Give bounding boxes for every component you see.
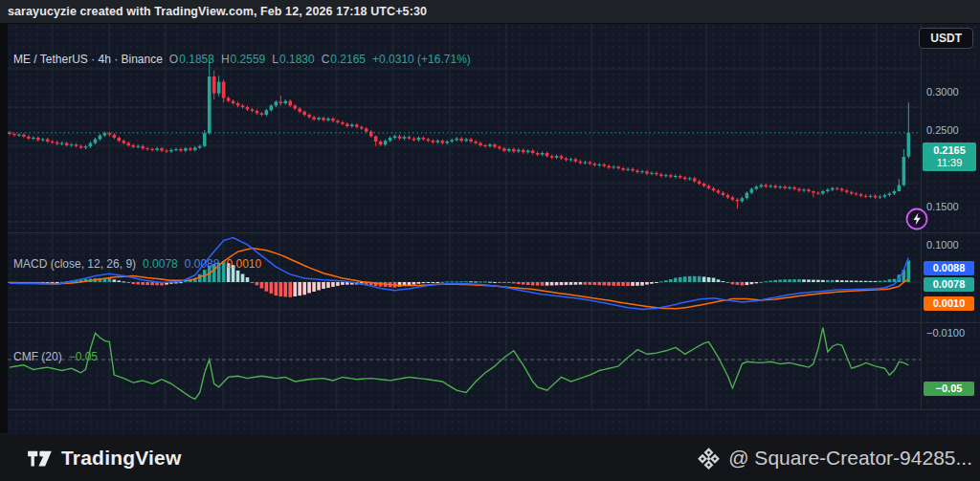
attribution-bar: sarayucyzie created with TradingView.com… xyxy=(0,0,980,24)
macd-line-value: 0.0088 xyxy=(185,257,220,271)
tradingview-mark-icon xyxy=(27,446,53,471)
macd-value-badge: 0.0088 xyxy=(924,261,974,275)
macd-value-badge: 0.0078 xyxy=(924,277,974,292)
macd-main-line xyxy=(10,238,908,310)
symbol-legend: ME / TetherUS · 4h · Binance O0.1853H0.2… xyxy=(13,53,471,66)
lightning-icon xyxy=(904,207,929,231)
price-tick-label: 0.3000 xyxy=(926,86,959,98)
last-price-badge: 0.2165 11:39 xyxy=(923,142,976,171)
chart-left-margin xyxy=(0,24,8,433)
attribution-text: sarayucyzie created with TradingView.com… xyxy=(8,5,427,18)
chart-area: ME / TetherUS · 4h · Binance O0.1853H0.2… xyxy=(0,24,980,435)
creator-watermark-text: @ Square-Creator-94285... xyxy=(728,447,972,470)
quick-trade-button[interactable] xyxy=(904,207,929,231)
creator-diamond-icon xyxy=(697,447,721,470)
macd-tick-label: −0.0100 xyxy=(926,327,965,339)
price-tick-label: 0.2500 xyxy=(926,124,959,136)
gridlines xyxy=(8,24,921,409)
price-tick-label: 0.1000 xyxy=(926,239,959,251)
ohlc-item: O0.1853 xyxy=(169,53,214,66)
cmf-value: −0.05 xyxy=(69,350,98,363)
symbol-title[interactable]: ME / TetherUS · 4h · Binance xyxy=(13,53,163,66)
cmf-line xyxy=(10,328,908,400)
change-value: +0.0310 (+16.71%) xyxy=(372,53,471,66)
bar-countdown: 11:39 xyxy=(923,157,976,169)
cmf-value-badge: −0.05 xyxy=(924,382,974,396)
macd-signal-value: 0.0010 xyxy=(226,257,261,271)
last-price-value: 0.2165 xyxy=(923,144,976,157)
footer-bar: TradingView @ Square-Creator-94285... xyxy=(0,435,980,481)
tradingview-snapshot: sarayucyzie created with TradingView.com… xyxy=(0,0,980,481)
macd-lines xyxy=(10,238,908,310)
tradingview-wordmark: TradingView xyxy=(61,447,182,470)
cmf-legend: CMF (20) −0.05 xyxy=(13,350,98,363)
macd-legend: MACD (close, 12, 26, 9) 0.0078 0.0088 0.… xyxy=(13,257,261,271)
macd-title[interactable]: MACD (close, 12, 26, 9) xyxy=(13,257,136,271)
currency-toggle-button[interactable]: USDT xyxy=(919,28,973,49)
creator-watermark[interactable]: @ Square-Creator-94285... xyxy=(697,447,972,470)
ohlc-item: H0.2559 xyxy=(221,53,265,66)
macd-value-badge: 0.0010 xyxy=(924,296,974,311)
ohlc-item: L0.1830 xyxy=(272,53,314,66)
candlestick-series xyxy=(8,55,910,209)
price-tick-label: 0.1500 xyxy=(926,201,959,212)
chart-canvas[interactable] xyxy=(0,24,980,435)
macd-hist-value: 0.0078 xyxy=(143,257,178,271)
ohlc-item: C0.2165 xyxy=(322,53,366,66)
ohlc-values: O0.1853H0.2559L0.1830C0.2165 xyxy=(169,53,366,66)
tradingview-logo[interactable]: TradingView xyxy=(27,446,182,471)
cmf-title[interactable]: CMF (20) xyxy=(13,350,62,363)
